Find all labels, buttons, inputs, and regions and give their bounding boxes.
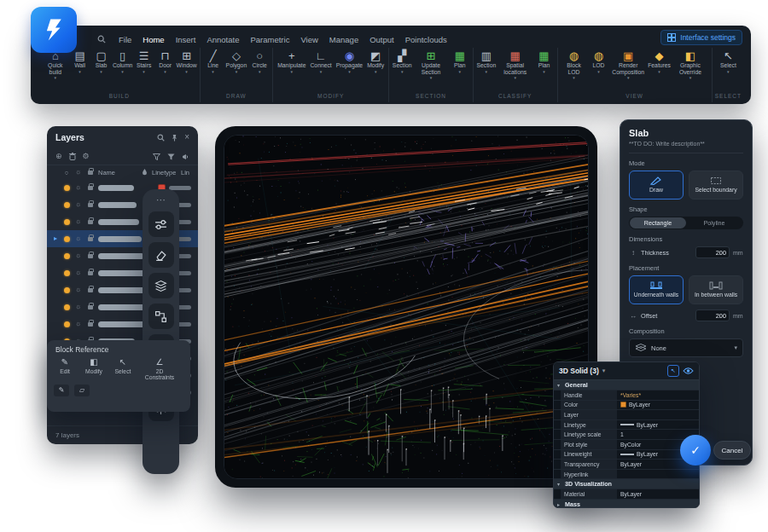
blockref-tab-select[interactable]: ↖Select	[112, 357, 134, 374]
delete-layer-icon[interactable]	[69, 153, 76, 160]
pointcloud-render[interactable]	[224, 136, 589, 479]
menu-item-file[interactable]: File	[119, 35, 131, 44]
lock-icon[interactable]	[86, 203, 95, 207]
gear-icon[interactable]: ⚙	[83, 153, 90, 160]
placement-in-between-walls-button[interactable]: In between walls	[689, 275, 743, 304]
tool-window[interactable]: ⊞Window▾	[177, 49, 197, 75]
tool-quick-build[interactable]: ⌂Quick build▾	[42, 49, 69, 81]
freeze-sun-icon[interactable]: ☼	[74, 304, 83, 310]
offset-input[interactable]	[695, 309, 730, 321]
composition-dropdown[interactable]: None ▾	[629, 338, 743, 357]
blockref-tab-edit[interactable]: ✎Edit	[54, 357, 76, 374]
freeze-sun-icon[interactable]: ☼	[74, 252, 83, 259]
chevron-down-icon[interactable]: ▾	[602, 367, 606, 374]
bricsys-logo[interactable]	[31, 7, 77, 53]
tool-stairs[interactable]: ☰Stairs▾	[134, 49, 154, 75]
close-icon[interactable]: ×	[184, 133, 189, 142]
tool-select[interactable]: ↖Select▾	[718, 49, 738, 75]
property-row-transparency[interactable]: TransparencyByLayer	[554, 460, 699, 470]
tool-render-composition[interactable]: ▣Render Composition▾	[609, 49, 647, 81]
lock-icon[interactable]	[86, 322, 95, 327]
freeze-sun-icon[interactable]: ☼	[74, 184, 83, 191]
visibility-eye-button[interactable]	[683, 367, 694, 375]
tool-connect[interactable]: ∟Connect▾	[308, 49, 333, 75]
layer-on-off-bulb[interactable]	[62, 202, 71, 208]
tool-modify[interactable]: ◩Modify▾	[365, 49, 386, 75]
filter-settings-icon[interactable]	[167, 153, 175, 160]
add-layer-icon[interactable]: ⊕	[55, 153, 62, 160]
property-row-color[interactable]: ColorByLayer	[554, 401, 699, 411]
tool-circle[interactable]: ○Circle▾	[249, 49, 270, 75]
pin-icon[interactable]	[171, 134, 178, 142]
layer-on-off-bulb[interactable]	[62, 321, 71, 327]
freeze-sun-icon[interactable]: ☼	[74, 218, 83, 225]
tool-wall[interactable]: ▤Wall▾	[70, 49, 90, 75]
linetype-column-label[interactable]: Linetype	[152, 169, 177, 176]
mode-draw-button[interactable]: Draw	[629, 171, 684, 200]
lock-icon[interactable]	[86, 220, 95, 224]
blockref-tab-modify[interactable]: ◧Modify	[83, 357, 105, 374]
layer-on-off-bulb[interactable]	[62, 253, 71, 259]
tool-update-section[interactable]: ⊞Update Section▾	[413, 49, 449, 81]
property-value[interactable]	[617, 410, 699, 419]
layer-on-off-bulb[interactable]	[62, 270, 71, 276]
announce-icon[interactable]	[182, 153, 189, 160]
tool-features[interactable]: ◆Features▾	[648, 49, 671, 75]
eraser-button[interactable]	[148, 242, 174, 268]
lock-icon[interactable]	[86, 288, 95, 292]
blockref-tab-2d-constraints[interactable]: ∠2D Constraints	[141, 357, 178, 381]
tool-section[interactable]: ▞Section▾	[392, 49, 412, 75]
layers-button[interactable]	[148, 273, 174, 298]
menu-item-home[interactable]: Home	[143, 35, 164, 44]
layer-on-off-bulb[interactable]	[62, 185, 71, 191]
thickness-input[interactable]	[695, 246, 730, 258]
property-row-linetype-scale[interactable]: Linetype scale1	[554, 430, 699, 440]
freeze-sun-icon[interactable]: ☼	[74, 235, 83, 242]
freeze-sun-icon[interactable]: ☼	[74, 321, 83, 327]
property-row-handle[interactable]: Handle*Varies*	[554, 390, 699, 401]
select-entities-button[interactable]: ↖	[667, 365, 679, 377]
menu-item-insert[interactable]: Insert	[176, 35, 196, 44]
property-value[interactable]: ByLayer	[617, 489, 699, 499]
tool-graphic-override[interactable]: ◧Graphic Override▾	[672, 49, 709, 81]
layer-on-off-bulb[interactable]	[62, 304, 71, 310]
property-value[interactable]: *Varies*	[617, 390, 699, 400]
freeze-sun-icon[interactable]: ☼	[74, 269, 83, 276]
tool-polygon[interactable]: ◇Polygon▾	[224, 49, 249, 75]
layer-on-off-bulb[interactable]	[62, 236, 71, 242]
property-row-plot-style[interactable]: Plot styleByColor	[554, 440, 699, 450]
tool-plan[interactable]: ▦Plan▾	[534, 49, 555, 75]
menu-item-manage[interactable]: Manage	[329, 35, 358, 44]
name-column-label[interactable]: Name	[98, 169, 137, 176]
shape-polyline-option[interactable]: Polyline	[686, 217, 742, 228]
interface-settings-button[interactable]: Interface settings	[660, 30, 742, 45]
freeze-sun-icon[interactable]: ☼	[74, 201, 83, 208]
pencil-icon[interactable]: ✎	[54, 385, 69, 396]
property-row-material[interactable]: MaterialByLayer	[554, 489, 699, 500]
adjust-button[interactable]	[148, 211, 174, 237]
tool-door[interactable]: ⊓Door▾	[155, 49, 176, 75]
nodes-button[interactable]	[148, 304, 174, 329]
menu-item-pointclouds[interactable]: Pointclouds	[405, 35, 447, 44]
menu-item-parametric[interactable]: Parametric	[250, 35, 289, 44]
tool-spatial-locations[interactable]: ▦Spatial locations▾	[497, 49, 533, 81]
property-row-hyperlink[interactable]: Hyperlink	[554, 470, 699, 480]
search-icon[interactable]	[157, 134, 165, 142]
filter-icon[interactable]	[153, 153, 160, 160]
mode-select-boundary-button[interactable]: Select boundary	[689, 171, 743, 200]
tool-section[interactable]: ▥Section▾	[476, 49, 497, 75]
property-value[interactable]: ByLayer	[617, 420, 699, 430]
property-row-linetype[interactable]: LinetypeByLayer	[554, 420, 699, 431]
cancel-button[interactable]: Cancel	[713, 441, 751, 460]
tool-block-lod[interactable]: ◍Block LOD▾	[561, 49, 588, 81]
lock-icon[interactable]	[86, 186, 95, 190]
property-row-layer[interactable]: Layer	[554, 410, 699, 420]
layer-on-off-bulb[interactable]	[62, 287, 71, 293]
shape-rectangle-option[interactable]: Rectangle	[630, 217, 686, 228]
property-section-3d-visualization[interactable]: ▾3D Visualization	[554, 479, 699, 489]
lock-icon[interactable]	[86, 237, 95, 241]
polyline-icon[interactable]: ▱	[74, 385, 90, 396]
more-icon[interactable]: ⋯	[143, 194, 179, 206]
tool-column[interactable]: ▯Column▾	[113, 49, 133, 75]
linetype2-column-label[interactable]: Lin	[181, 169, 191, 176]
